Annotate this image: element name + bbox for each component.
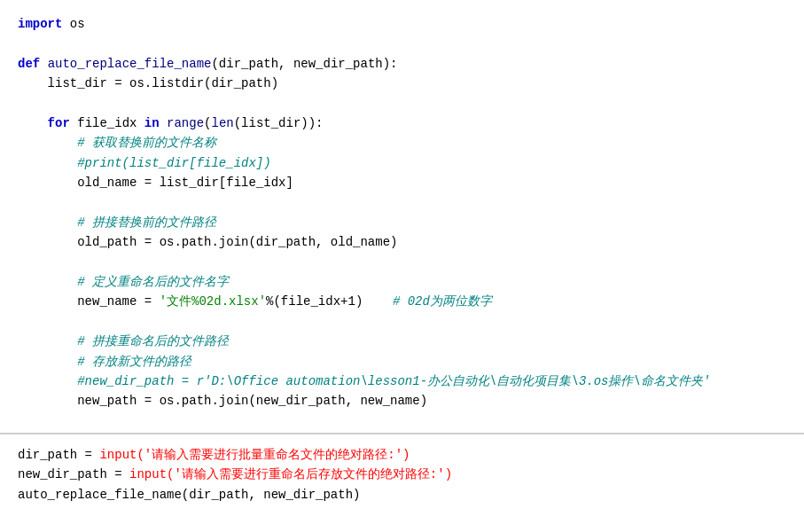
code-token: import (18, 17, 62, 31)
empty-line (18, 411, 786, 431)
code-token: def (18, 57, 40, 71)
code-line: #print(list_dir[file_idx]) (18, 153, 786, 173)
code-token: new_path = os.path.join(new_dir_path, ne… (18, 394, 427, 408)
code-token: new_dir_path = (18, 467, 129, 481)
code-token: file_idx (70, 116, 144, 130)
code-line: new_name = '文件%02d.xlsx'%(file_idx+1) # … (18, 292, 786, 311)
empty-line (18, 253, 786, 272)
code-line: # 拼接替换前的文件路径 (18, 213, 786, 232)
code-token: ('请输入需要进行重命名后存放文件的绝对路径:') (167, 467, 452, 481)
code-token: (list_dir)): (234, 116, 324, 130)
code-token: '文件%02d.xlsx' (160, 294, 266, 309)
code-line: def auto_replace_file_name(dir_path, new… (18, 54, 786, 74)
empty-line (18, 94, 786, 113)
main-code-block: import osdef auto_replace_file_name(dir_… (0, 0, 804, 434)
code-token: auto_replace_file_name (48, 57, 212, 71)
code-token (18, 116, 48, 130)
code-token: auto_replace_file_name(dir_path, new_dir… (18, 488, 360, 502)
code-token: os (62, 17, 84, 31)
code-line: # 定义重命名后的文件名字 (18, 272, 786, 292)
code-line: import os (18, 14, 786, 34)
empty-line (18, 312, 786, 332)
code-token: # 定义重命名后的文件名字 (18, 275, 229, 289)
code-token: in (144, 116, 160, 130)
empty-line (18, 34, 786, 53)
code-token: (dir_path, new_dir_path): (211, 57, 397, 71)
code-token: # 02d为两位数字 (393, 294, 492, 309)
code-container: import osdef auto_replace_file_name(dir_… (0, 0, 804, 532)
code-token: old_path = os.path.join(dir_path, old_na… (18, 235, 397, 249)
code-token: old_name = list_dir[file_idx] (18, 176, 293, 190)
code-token: len (211, 116, 233, 130)
code-token: input (129, 467, 167, 481)
code-line: new_dir_path = input('请输入需要进行重命名后存放文件的绝对… (18, 465, 786, 484)
code-token: for (48, 116, 70, 130)
code-line: # 拼接重命名后的文件路径 (18, 332, 786, 351)
code-token: %(file_idx+1) (266, 294, 393, 309)
code-token: # 拼接重命名后的文件路径 (18, 334, 229, 348)
code-token: new_name = (18, 294, 160, 309)
code-line: auto_replace_file_name(dir_path, new_dir… (18, 485, 786, 505)
code-token: dir_path = (18, 448, 99, 462)
code-token: #new_dir_path = r'D:\Office automation\l… (18, 374, 710, 388)
code-token: # 拼接替换前的文件路径 (18, 215, 216, 230)
code-line: # 存放新文件的路径 (18, 352, 786, 372)
code-token: input (99, 448, 137, 462)
code-line: list_dir = os.listdir(dir_path) (18, 74, 786, 93)
code-token: # 存放新文件的路径 (18, 355, 191, 369)
code-line: #new_dir_path = r'D:\Office automation\l… (18, 372, 786, 391)
code-token: range (167, 116, 204, 130)
code-token: # 获取替换前的文件名称 (18, 136, 216, 150)
code-line: # 获取替换前的文件名称 (18, 133, 786, 153)
code-token (40, 57, 47, 71)
bottom-code-block: dir_path = input('请输入需要进行批量重命名文件的绝对路径:')… (0, 434, 804, 532)
code-line: dir_path = input('请输入需要进行批量重命名文件的绝对路径:') (18, 445, 786, 465)
code-line: old_name = list_dir[file_idx] (18, 173, 786, 192)
code-token (160, 116, 167, 130)
code-line: for file_idx in range(len(list_dir)): (18, 113, 786, 133)
code-line: new_path = os.path.join(new_dir_path, ne… (18, 391, 786, 411)
code-token: list_dir = os.listdir(dir_path) (18, 76, 278, 90)
empty-line (18, 193, 786, 213)
code-token: ('请输入需要进行批量重命名文件的绝对路径:') (137, 448, 410, 462)
code-token: #print(list_dir[file_idx]) (18, 156, 271, 170)
code-line: old_path = os.path.join(dir_path, old_na… (18, 232, 786, 252)
